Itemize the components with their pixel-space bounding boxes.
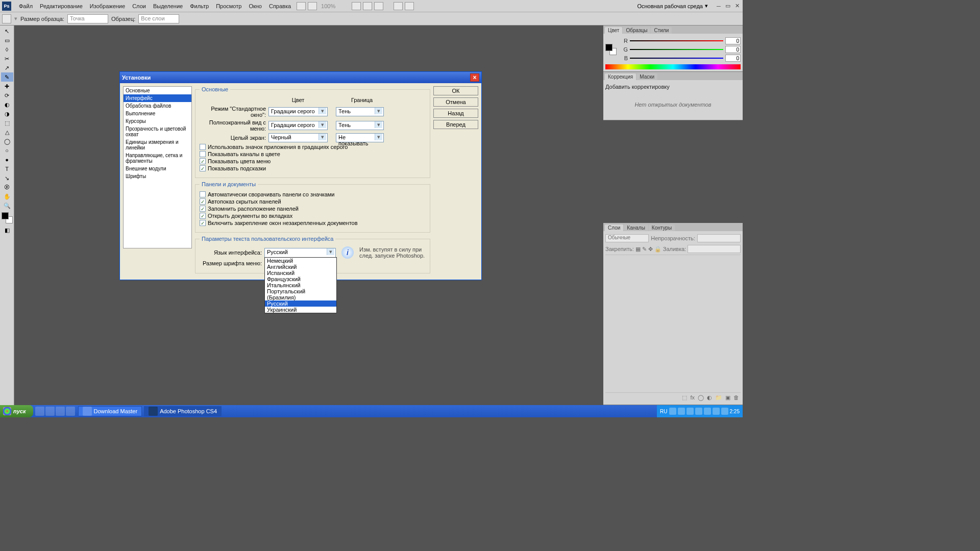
rotate-icon[interactable] — [374, 2, 383, 10]
g-slider[interactable] — [630, 47, 723, 52]
lang-opt-ukrainian[interactable]: Украинский — [265, 307, 336, 313]
chk-color-channels[interactable]: Показывать каналы в цвете — [200, 151, 426, 157]
hand-tool[interactable]: ✋ — [1, 192, 13, 201]
gradient-tool[interactable]: △ — [1, 128, 13, 137]
menu-filter[interactable]: Фильтр — [186, 2, 212, 10]
nav-plugins[interactable]: Внешние модули — [124, 165, 191, 172]
tray-icon-5[interactable] — [704, 408, 711, 415]
nav-file-handling[interactable]: Обработка файлов — [124, 102, 191, 110]
nav-transparency[interactable]: Прозрачность и цветовой охват — [124, 125, 191, 138]
heal-tool[interactable]: ✚ — [1, 82, 13, 91]
nav-general[interactable]: Основные — [124, 87, 191, 94]
type-tool[interactable]: T — [1, 164, 13, 173]
path-tool[interactable]: ↘ — [1, 173, 13, 183]
dialog-titlebar[interactable]: Установки × — [120, 72, 481, 83]
b-slider[interactable] — [630, 56, 723, 61]
maximize-icon[interactable]: ▭ — [724, 3, 731, 10]
brush-tool[interactable]: ⟳ — [1, 91, 13, 100]
zoom-tool[interactable]: 🔍 — [1, 201, 13, 210]
opacity-input[interactable] — [697, 234, 741, 242]
menu-edit[interactable]: Редактирование — [36, 2, 86, 10]
chk-menu-colors[interactable]: ✓Показывать цвета меню — [200, 158, 426, 164]
eraser-tool[interactable]: ⬚ — [1, 118, 13, 128]
lock-paint-icon[interactable]: ✎ — [642, 246, 647, 253]
quick-select-tool[interactable]: ↗ — [1, 63, 13, 72]
fullscreen-border[interactable]: Не показывать — [336, 133, 384, 142]
nav-cursors[interactable]: Курсоры — [124, 117, 191, 125]
workspace-selector[interactable]: Основная рабочая среда▾ — [634, 2, 711, 10]
crop-tool[interactable]: ✂ — [1, 54, 13, 63]
menu-image[interactable]: Изображение — [86, 2, 129, 10]
quick-mask-icon[interactable]: ◧ — [1, 226, 13, 235]
chk-tooltips[interactable]: ✓Показывать подсказки — [200, 165, 426, 171]
lang-opt-german[interactable]: Немецкий — [265, 258, 336, 264]
fullscreen-color[interactable]: Черный — [268, 133, 328, 142]
chk-open-tabs[interactable]: ✓Открыть документы во вкладках — [200, 213, 426, 219]
std-window-color[interactable]: Градации серого — [268, 107, 328, 116]
lock-move-icon[interactable]: ✥ — [648, 246, 653, 253]
color-swatches[interactable] — [2, 212, 13, 223]
cancel-button[interactable]: Отмена — [433, 97, 478, 107]
arrange-icon[interactable] — [308, 2, 317, 10]
history-brush-tool[interactable]: ◑ — [1, 109, 13, 118]
ql-desktop-icon[interactable] — [35, 407, 44, 416]
minimize-icon[interactable]: ─ — [715, 3, 722, 10]
chk-autoshow[interactable]: ✓Автопоказ скрытых панелей — [200, 198, 426, 205]
menu-layer[interactable]: Слои — [129, 2, 150, 10]
tray-icon-3[interactable] — [687, 408, 694, 415]
menu-file[interactable]: Файл — [15, 2, 36, 10]
ql-explorer-icon[interactable] — [45, 407, 55, 416]
next-button[interactable]: Вперед — [433, 120, 478, 129]
nav-type[interactable]: Шрифты — [124, 172, 191, 180]
trash-icon[interactable]: 🗑 — [733, 394, 739, 401]
adj-layer-icon[interactable]: ◐ — [707, 394, 712, 401]
fullscreen-menu-border[interactable]: Тень — [336, 121, 384, 130]
task-photoshop[interactable]: Adobe Photoshop CS4 — [144, 406, 222, 416]
tab-swatches[interactable]: Образцы — [623, 27, 650, 34]
chk-dock-floating[interactable]: ✓Включить закрепление окон незакрепленны… — [200, 220, 426, 226]
r-input[interactable] — [725, 37, 741, 44]
nav-interface[interactable]: Интерфейс — [124, 94, 191, 102]
menu-view[interactable]: Просмотр — [212, 2, 245, 10]
tab-adjustments[interactable]: Коррекция — [605, 73, 636, 80]
blend-mode-select[interactable]: Обычные — [605, 234, 649, 242]
task-download-master[interactable]: Download Master — [78, 406, 142, 416]
std-window-border[interactable]: Тень — [336, 107, 384, 116]
lang-opt-french[interactable]: Французский — [265, 276, 336, 282]
chk-grayscale-icon[interactable]: Использовать значок приложения в градаци… — [200, 144, 426, 150]
tab-styles[interactable]: Стили — [651, 27, 672, 34]
lasso-tool[interactable]: ◊ — [1, 45, 13, 54]
close-icon[interactable]: ✕ — [733, 3, 741, 10]
lock-pixels-icon[interactable]: ▦ — [635, 246, 641, 253]
ql-ie-icon[interactable] — [56, 407, 65, 416]
start-button[interactable]: пуск — [0, 405, 33, 417]
sample-size-select[interactable]: Точка — [67, 14, 108, 23]
link-layers-icon[interactable]: ⬚ — [682, 394, 687, 401]
mask-icon[interactable]: ◯ — [698, 394, 704, 401]
ok-button[interactable]: ОК — [433, 86, 478, 95]
tab-channels[interactable]: Каналы — [624, 224, 648, 231]
stamp-tool[interactable]: ◐ — [1, 100, 13, 109]
language-select[interactable]: Русский Немецкий Английский Испанский Фр… — [264, 248, 336, 258]
lang-opt-russian[interactable]: Русский — [265, 300, 336, 307]
b-input[interactable] — [725, 55, 741, 62]
ql-more-icon[interactable] — [66, 407, 75, 416]
tab-paths[interactable]: Контуры — [649, 224, 675, 231]
tab-color[interactable]: Цвет — [605, 27, 622, 34]
tab-masks[interactable]: Маски — [636, 73, 657, 80]
lang-opt-italian[interactable]: Итальянский — [265, 282, 336, 288]
menu-help[interactable]: Справка — [265, 2, 295, 10]
group-icon[interactable]: 📁 — [715, 394, 722, 401]
new-layer-icon[interactable]: ▣ — [725, 394, 730, 401]
dialog-close-button[interactable]: × — [470, 73, 479, 82]
fullscreen-menu-color[interactable]: Градации серого — [268, 121, 328, 130]
sample-select[interactable]: Все слои — [138, 14, 179, 23]
nav-performance[interactable]: Выполнение — [124, 110, 191, 117]
clock[interactable]: 2:25 — [730, 409, 740, 414]
menu-select[interactable]: Выделение — [150, 2, 186, 10]
screen-mode-icon[interactable] — [394, 2, 403, 10]
lang-opt-spanish[interactable]: Испанский — [265, 270, 336, 276]
tray-icon-2[interactable] — [678, 408, 685, 415]
tray-icon-1[interactable] — [669, 408, 676, 415]
blur-tool[interactable]: ◯ — [1, 137, 13, 146]
